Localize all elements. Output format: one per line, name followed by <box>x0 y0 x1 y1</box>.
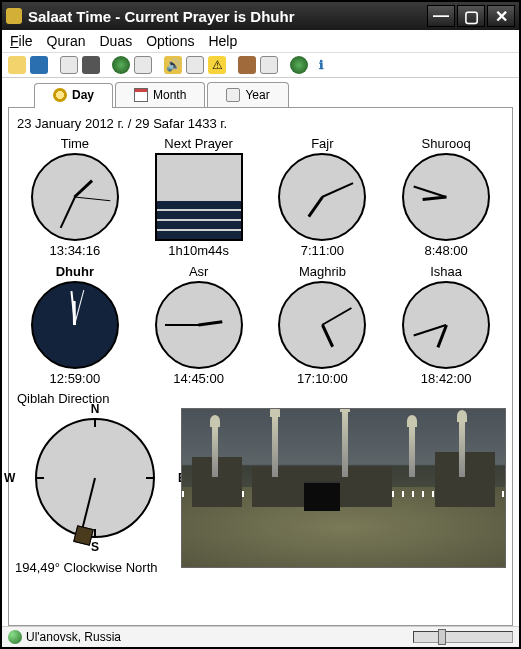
cell-ishaa: Ishaa 18:42:00 <box>386 263 506 387</box>
clock-asr <box>155 281 243 369</box>
menu-file[interactable]: File <box>10 33 33 49</box>
label-time: Time <box>61 136 89 151</box>
tab-year[interactable]: Year <box>207 82 288 107</box>
label-shurooq: Shurooq <box>422 136 471 151</box>
compass-n: N <box>91 402 100 416</box>
clock-fajr <box>278 153 366 241</box>
value-shurooq: 8:48:00 <box>424 243 467 258</box>
menu-bar: File Quran Duas Options Help <box>2 30 519 53</box>
date-line: 23 January 2012 г. / 29 Safar 1433 г. <box>17 116 506 131</box>
value-next: 1h10m44s <box>168 243 229 258</box>
qiblah-value: 194,49° Clockwise North <box>15 560 175 575</box>
tab-day[interactable]: Day <box>34 83 113 108</box>
clock-shurooq <box>402 153 490 241</box>
cell-maghrib: Maghrib 17:10:00 <box>263 263 383 387</box>
value-time: 13:34:16 <box>50 243 101 258</box>
cell-fajr: Fajr 7:11:00 <box>263 135 383 259</box>
minimize-button[interactable]: — <box>427 5 455 27</box>
app-icon <box>6 8 22 24</box>
value-maghrib: 17:10:00 <box>297 371 348 386</box>
menu-duas[interactable]: Duas <box>100 33 133 49</box>
value-fajr: 7:11:00 <box>301 243 344 258</box>
slider-thumb[interactable] <box>438 629 446 645</box>
tb-sound-icon[interactable]: 🔊 <box>164 56 182 74</box>
compass <box>35 418 155 538</box>
compass-w: W <box>4 471 15 485</box>
clock-ishaa <box>402 281 490 369</box>
mecca-photo <box>181 408 506 568</box>
menu-options[interactable]: Options <box>146 33 194 49</box>
title-bar: Salaat Time - Current Prayer is Dhuhr — … <box>2 2 519 30</box>
status-location: Ul'anovsk, Russia <box>26 630 121 644</box>
tb-icon-2[interactable] <box>30 56 48 74</box>
tb-warn-icon[interactable]: ⚠ <box>208 56 226 74</box>
label-dhuhr: Dhuhr <box>56 264 94 279</box>
tab-month-label: Month <box>153 88 186 102</box>
tb-print-icon[interactable] <box>82 56 100 74</box>
tab-strip: Day Month Year <box>34 82 513 107</box>
window-title: Salaat Time - Current Prayer is Dhuhr <box>28 8 427 25</box>
year-icon <box>226 88 240 102</box>
sun-icon <box>53 88 67 102</box>
tb-globe-icon[interactable] <box>112 56 130 74</box>
label-maghrib: Maghrib <box>299 264 346 279</box>
value-ishaa: 18:42:00 <box>421 371 472 386</box>
label-next: Next Prayer <box>164 136 233 151</box>
tb-home-icon[interactable] <box>238 56 256 74</box>
clock-dhuhr <box>31 281 119 369</box>
cell-time: Time 13:34:16 <box>15 135 135 259</box>
clock-time <box>31 153 119 241</box>
calendar-icon <box>134 88 148 102</box>
label-asr: Asr <box>189 264 209 279</box>
clock-maghrib <box>278 281 366 369</box>
tab-year-label: Year <box>245 88 269 102</box>
prayer-grid: Time 13:34:16 Next Prayer 1h10m44s <box>15 135 506 387</box>
tb-doc-icon[interactable] <box>134 56 152 74</box>
label-fajr: Fajr <box>311 136 333 151</box>
tb-copy-icon[interactable] <box>60 56 78 74</box>
globe-icon <box>8 630 22 644</box>
content-area: Day Month Year 23 January 2012 г. / 29 S… <box>2 78 519 626</box>
menu-quran[interactable]: Quran <box>47 33 86 49</box>
tb-cal-icon[interactable] <box>186 56 204 74</box>
menu-help[interactable]: Help <box>208 33 237 49</box>
cell-dhuhr: Dhuhr 12:59:00 <box>15 263 135 387</box>
tb-book-icon[interactable] <box>260 56 278 74</box>
tb-icon-1[interactable] <box>8 56 26 74</box>
value-asr: 14:45:00 <box>173 371 224 386</box>
toolbar: 🔊 ⚠ ℹ <box>2 53 519 78</box>
tab-day-label: Day <box>72 88 94 102</box>
countdown-box <box>155 153 243 241</box>
app-window: Salaat Time - Current Prayer is Dhuhr — … <box>0 0 521 649</box>
cell-asr: Asr 14:45:00 <box>139 263 259 387</box>
tb-refresh-icon[interactable] <box>290 56 308 74</box>
tb-info-icon[interactable]: ℹ <box>312 56 330 74</box>
label-ishaa: Ishaa <box>430 264 462 279</box>
compass-needle <box>81 478 96 530</box>
tab-panel-day: 23 January 2012 г. / 29 Safar 1433 г. Ti… <box>8 107 513 626</box>
compass-s: S <box>91 540 99 554</box>
cell-shurooq: Shurooq 8:48:00 <box>386 135 506 259</box>
tab-month[interactable]: Month <box>115 82 205 107</box>
value-dhuhr: 12:59:00 <box>50 371 101 386</box>
qiblah-panel: N S E W 194,49° Clockwise N <box>15 408 175 575</box>
cell-next: Next Prayer 1h10m44s <box>139 135 259 259</box>
volume-slider[interactable] <box>413 631 513 643</box>
close-button[interactable]: ✕ <box>487 5 515 27</box>
status-bar: Ul'anovsk, Russia <box>2 626 519 647</box>
maximize-button[interactable]: ▢ <box>457 5 485 27</box>
